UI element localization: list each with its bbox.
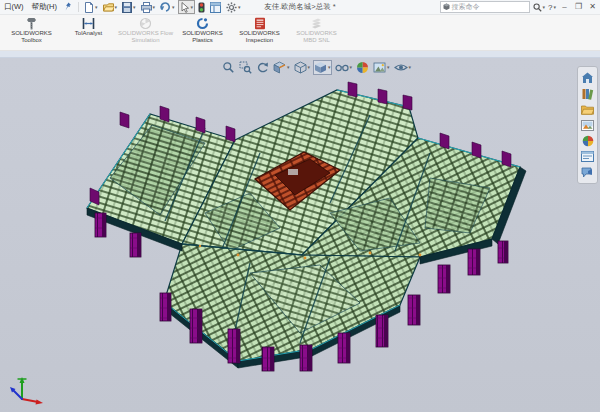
- tab-solidworks-resources[interactable]: [580, 71, 595, 85]
- pin-icon[interactable]: [64, 2, 72, 13]
- hide-show-items-button[interactable]: ▾: [334, 60, 354, 75]
- menu-window[interactable]: 口(W): [0, 2, 28, 12]
- search-dropdown-button[interactable]: ▾: [533, 3, 546, 12]
- search-dropdown-caret[interactable]: ▾: [543, 5, 546, 10]
- origin-triad: [10, 377, 43, 405]
- apply-scene-caret[interactable]: ▾: [387, 65, 390, 70]
- cm-item-label: TolAnalyst: [75, 30, 102, 37]
- display-style-caret[interactable]: ▾: [328, 65, 331, 70]
- view-settings-caret[interactable]: ▾: [409, 65, 412, 70]
- print-button[interactable]: ▾: [139, 0, 158, 14]
- close-button[interactable]: ✕: [587, 1, 598, 13]
- task-pane: [577, 66, 598, 184]
- help-caret[interactable]: ▾: [553, 5, 556, 10]
- save-button[interactable]: ▾: [120, 0, 138, 14]
- minimize-button[interactable]: –: [559, 1, 570, 13]
- inspection-icon: [254, 16, 266, 30]
- cm-item-label: SOLIDWORKS Plastics: [175, 30, 230, 43]
- model-cube-icon: [443, 3, 450, 11]
- hide-show-caret[interactable]: ▾: [350, 65, 353, 70]
- open-file-caret[interactable]: ▾: [115, 5, 118, 10]
- previous-view-button[interactable]: [255, 60, 270, 75]
- cm-item-solidworks-toolbox[interactable]: SOLIDWORKS Toolbox: [4, 16, 59, 43]
- flow-simulation-icon: [139, 16, 152, 30]
- print-caret[interactable]: ▾: [153, 5, 156, 10]
- undo-button[interactable]: ▾: [158, 0, 177, 14]
- cm-item-label: SOLIDWORKS MBD SNL: [289, 30, 344, 43]
- file-properties-button[interactable]: [208, 0, 223, 14]
- cm-item-plastics[interactable]: SOLIDWORKS Plastics: [175, 16, 230, 43]
- section-view-button[interactable]: ▾: [272, 60, 291, 75]
- search-placeholder: 搜索命令: [452, 2, 480, 12]
- restore-button[interactable]: ❐: [573, 1, 584, 13]
- view-orientation-button[interactable]: ▾: [293, 60, 312, 75]
- tab-design-library[interactable]: [580, 87, 595, 101]
- select-tool-button[interactable]: ▾: [178, 0, 196, 14]
- zoom-to-area-button[interactable]: [238, 60, 253, 75]
- options-caret[interactable]: ▾: [238, 5, 241, 10]
- new-file-caret[interactable]: ▾: [95, 5, 98, 10]
- menu-help[interactable]: 帮助(H): [28, 2, 61, 12]
- cm-item-label: SOLIDWORKS Flow Simulation: [118, 30, 173, 43]
- new-file-button[interactable]: ▾: [82, 0, 100, 14]
- edit-appearance-button[interactable]: [355, 60, 370, 75]
- cm-item-flow-simulation: SOLIDWORKS Flow Simulation: [118, 16, 173, 43]
- quick-access-toolbar: ▾ ▾ ▾ ▾ ▾ ▾ ▾: [82, 0, 243, 14]
- command-manager: SOLIDWORKS Toolbox TolAnalyst SOLIDWORKS…: [0, 15, 600, 51]
- separator: [78, 2, 79, 12]
- model-canvas[interactable]: [0, 58, 600, 412]
- cm-item-label: SOLIDWORKS Toolbox: [4, 30, 59, 43]
- cm-item-label: SOLIDWORKS Inspection: [232, 30, 287, 43]
- zoom-to-fit-button[interactable]: [221, 60, 236, 75]
- titlebar-right: 搜索命令 ▾ ? ▾ – ❐ ✕: [440, 1, 598, 13]
- cm-item-mbd-snl: SOLIDWORKS MBD SNL: [289, 16, 344, 43]
- cm-item-tolanalyst[interactable]: TolAnalyst: [61, 16, 116, 37]
- plastics-icon: [196, 16, 209, 30]
- save-caret[interactable]: ▾: [133, 5, 136, 10]
- view-orientation-caret[interactable]: ▾: [308, 65, 311, 70]
- heads-up-view-toolbar: ▾ ▾ ▾ ▾ ▾ ▾: [221, 60, 412, 75]
- help-button[interactable]: ? ▾: [548, 3, 556, 12]
- apply-scene-button[interactable]: ▾: [372, 60, 391, 75]
- select-tool-caret[interactable]: ▾: [191, 5, 194, 10]
- view-settings-button[interactable]: ▾: [393, 60, 413, 75]
- tab-solidworks-forum[interactable]: [580, 165, 595, 179]
- rebuild-button[interactable]: [196, 0, 207, 14]
- tab-custom-properties[interactable]: [580, 150, 595, 164]
- section-view-caret[interactable]: ▾: [287, 65, 290, 70]
- display-style-button[interactable]: ▾: [313, 60, 332, 75]
- title-bar: 口(W) 帮助(H) ▾ ▾ ▾ ▾ ▾ ▾: [0, 0, 600, 15]
- toolbox-icon: [25, 16, 38, 30]
- document-title: 友佳.欧尚名城>总装 *: [264, 2, 335, 12]
- search-input[interactable]: 搜索命令: [440, 1, 530, 13]
- cm-item-inspection[interactable]: SOLIDWORKS Inspection: [232, 16, 287, 43]
- graphics-area[interactable]: ▾ ▾ ▾ ▾ ▾ ▾: [0, 58, 600, 412]
- open-file-button[interactable]: ▾: [101, 0, 120, 14]
- tolanalyst-icon: [82, 16, 95, 30]
- command-manager-tab-strip[interactable]: [0, 51, 600, 58]
- undo-caret[interactable]: ▾: [172, 5, 175, 10]
- tab-view-palette[interactable]: [580, 118, 595, 132]
- tab-file-explorer[interactable]: [580, 102, 595, 116]
- options-button[interactable]: ▾: [224, 0, 243, 14]
- mbd-icon: [310, 16, 323, 30]
- tab-appearances-scenes[interactable]: [580, 134, 595, 148]
